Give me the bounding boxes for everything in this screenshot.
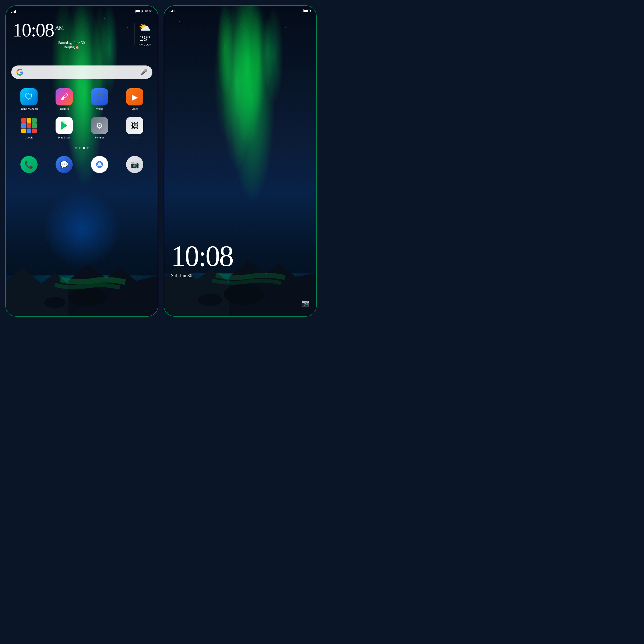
play-store-label: Play Store bbox=[58, 136, 70, 139]
lock-time: 10:08 bbox=[171, 241, 309, 271]
play-icon: ▶ bbox=[132, 92, 138, 102]
status-bar-left: 10:08 bbox=[6, 6, 158, 15]
page-dot-4[interactable] bbox=[87, 147, 89, 149]
lock-camera-button[interactable]: 📷 bbox=[301, 299, 309, 307]
phone-handset-icon: 📞 bbox=[24, 160, 34, 169]
lock-clock-area: 10:08 Sat, Jun 30 bbox=[164, 236, 316, 284]
page-dot-2[interactable] bbox=[79, 147, 81, 149]
lock-status-left bbox=[170, 9, 174, 12]
left-phone: 10:08 10:08AM Saturday, June 30 Beijing … bbox=[5, 5, 158, 317]
svg-point-14 bbox=[198, 294, 222, 306]
chat-icon: 💬 bbox=[60, 160, 68, 169]
signal-bar-3 bbox=[14, 11, 15, 13]
lock-battery-icon bbox=[303, 9, 311, 12]
battery-body bbox=[136, 10, 141, 13]
google-grid-icon bbox=[20, 117, 38, 134]
dock-item-camera[interactable]: 📷 bbox=[119, 156, 151, 173]
lock-status-right bbox=[303, 9, 311, 12]
aurora-overlay-right bbox=[164, 6, 316, 239]
music-note-icon: 🎵 bbox=[95, 93, 104, 101]
lock-battery-fill bbox=[304, 10, 308, 12]
lock-date: Sat, Jun 30 bbox=[171, 273, 309, 279]
g-dot-8 bbox=[27, 129, 31, 133]
weather-temp: 28° bbox=[138, 34, 151, 43]
lock-status-bar bbox=[164, 6, 316, 14]
location-text: Beijing bbox=[64, 45, 75, 49]
lock-signal-bar-3 bbox=[172, 10, 173, 12]
themes-icon: 🖌 bbox=[56, 88, 73, 105]
svg-point-10 bbox=[98, 163, 101, 166]
lock-signal-bar-4 bbox=[174, 10, 174, 12]
app-grid-row1: 🛡 Phone Manager 🖌 Themes 🎵 Music ▶ Video bbox=[6, 83, 158, 116]
dock: 📞 💬 📷 bbox=[6, 152, 158, 180]
app-item-video[interactable]: ▶ Video bbox=[119, 88, 151, 110]
app-item-music[interactable]: 🎵 Music bbox=[83, 88, 116, 110]
themes-label: Themes bbox=[60, 107, 69, 110]
signal-bar-1 bbox=[11, 12, 12, 13]
microphone-icon[interactable]: 🎤 bbox=[140, 69, 148, 76]
dock-item-messages[interactable]: 💬 bbox=[48, 156, 81, 173]
signal-icon bbox=[11, 10, 16, 13]
paintbrush-icon: 🖌 bbox=[60, 92, 68, 101]
clock-ampm: AM bbox=[55, 24, 63, 31]
lock-signal-bar-2 bbox=[171, 11, 172, 12]
page-dot-3[interactable] bbox=[83, 147, 85, 149]
gallery-image-icon: 🖼 bbox=[131, 121, 138, 130]
gear-icon: ⚙ bbox=[96, 121, 103, 130]
lock-signal-bar-1 bbox=[170, 11, 170, 12]
right-phone: 10:08 Sat, Jun 30 📷 bbox=[164, 5, 317, 317]
status-right: 10:08 bbox=[136, 9, 152, 13]
widget-divider bbox=[134, 23, 134, 45]
weather-range: 32° / 22° bbox=[138, 43, 151, 47]
clock-time-left: 10:08AM bbox=[13, 20, 130, 40]
app-item-themes[interactable]: 🖌 Themes bbox=[48, 88, 81, 110]
phone-manager-label: Phone Manager bbox=[20, 107, 38, 110]
gallery-label: Gallery bbox=[130, 136, 139, 139]
app-item-gallery[interactable]: 🖼 Gallery bbox=[119, 117, 151, 139]
app-item-phone-manager[interactable]: 🛡 Phone Manager bbox=[13, 88, 45, 110]
shield-icon: 🛡 bbox=[25, 92, 33, 101]
widget-area: 10:08AM Saturday, June 30 Beijing 🏠 ⛅ 28… bbox=[6, 15, 158, 53]
battery-fill bbox=[136, 10, 140, 12]
clock-time-value: 10:08 bbox=[13, 19, 54, 41]
g-dot-3 bbox=[32, 118, 37, 123]
google-label: Google bbox=[25, 136, 33, 139]
location-icon: 🏠 bbox=[75, 46, 79, 49]
app-item-google[interactable]: Google bbox=[13, 117, 45, 139]
app-item-settings[interactable]: ⚙ Settings bbox=[83, 117, 116, 139]
play-store-icon bbox=[56, 117, 73, 134]
settings-label: Settings bbox=[95, 136, 104, 139]
g-dot-2 bbox=[27, 118, 31, 123]
battery-tip bbox=[142, 10, 143, 12]
clock-widget: 10:08AM Saturday, June 30 Beijing 🏠 bbox=[13, 20, 130, 49]
g-dot-7 bbox=[21, 129, 26, 133]
settings-icon: ⚙ bbox=[91, 117, 108, 134]
search-bar-container: 🎤 bbox=[6, 61, 158, 83]
video-label: Video bbox=[131, 107, 138, 110]
signal-bar-4 bbox=[15, 10, 16, 13]
gallery-icon: 🖼 bbox=[126, 117, 143, 134]
search-bar[interactable]: 🎤 bbox=[11, 65, 152, 79]
battery-icon-left bbox=[136, 10, 143, 13]
music-icon: 🎵 bbox=[91, 88, 108, 105]
dock-item-phone[interactable]: 📞 bbox=[13, 156, 45, 173]
lock-battery-body bbox=[303, 9, 309, 12]
google-g-icon bbox=[16, 68, 24, 76]
camera-icon-lock: 📷 bbox=[301, 299, 309, 306]
app-item-play-store[interactable]: Play Store bbox=[48, 117, 81, 139]
status-time-left: 10:08 bbox=[144, 9, 152, 13]
app-grid-row2: Google Play Store ⚙ Settings 🖼 bbox=[6, 116, 158, 144]
camera-lens-icon: 📷 bbox=[130, 160, 139, 169]
phone-manager-icon: 🛡 bbox=[20, 88, 38, 105]
weather-icon: ⛅ bbox=[138, 22, 151, 33]
dock-item-chrome[interactable] bbox=[83, 156, 116, 173]
page-dots bbox=[6, 144, 158, 152]
g-dot-1 bbox=[21, 118, 26, 123]
svg-point-13 bbox=[224, 284, 265, 305]
chrome-svg bbox=[95, 160, 104, 169]
google-icon bbox=[20, 117, 38, 134]
weather-widget: ⛅ 28° 32° / 22° bbox=[138, 20, 151, 47]
page-dot-1[interactable] bbox=[75, 147, 77, 149]
clock-location: Beijing 🏠 bbox=[13, 45, 130, 49]
landscape-left bbox=[6, 240, 158, 316]
